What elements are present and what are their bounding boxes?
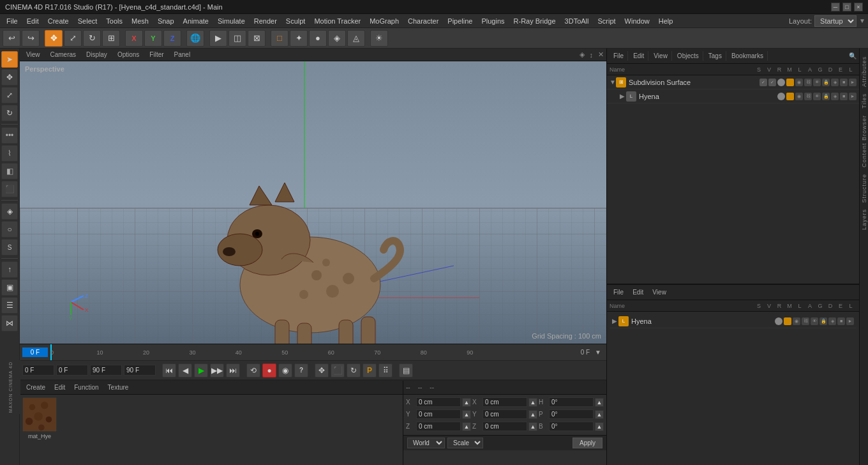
ind-lock[interactable]: 🔒 — [822, 79, 830, 86]
z-axis-btn[interactable]: Z — [163, 30, 181, 47]
ah-ind-lock[interactable]: 🔒 — [819, 317, 827, 325]
key-box-btn[interactable]: ⬛ — [331, 363, 345, 377]
minimize-btn[interactable]: ─ — [831, 3, 840, 11]
record-btn[interactable]: ● — [262, 363, 276, 377]
obj-row-hyena[interactable]: ▶ L Hyena ◉ ⛓ 👁 🔒 ◈ ■ ► — [607, 89, 859, 103]
hyena-ind-chain[interactable]: ⛓ — [804, 93, 812, 100]
z-pos-field[interactable] — [416, 422, 461, 431]
b-field[interactable] — [549, 422, 594, 431]
vp-close-icon[interactable]: ✕ — [598, 50, 604, 59]
menu-tools[interactable]: Tools — [102, 16, 126, 26]
material-thumbnail[interactable] — [22, 397, 57, 432]
mat-tab-function[interactable]: Function — [70, 383, 102, 392]
scale-dropdown[interactable]: Scale — [447, 438, 483, 448]
vtab-structure[interactable]: Structure — [860, 171, 869, 206]
ah-ind-s[interactable]: ◉ — [793, 317, 800, 325]
expand-hyena[interactable]: ▶ — [620, 93, 626, 100]
attr-tab-file[interactable]: File — [610, 287, 627, 297]
apply-button[interactable]: Apply — [572, 438, 602, 448]
hyena-ind-lock[interactable]: 🔒 — [822, 93, 830, 100]
redo-btn[interactable]: ↪ — [22, 30, 40, 47]
obj-row-subdivision[interactable]: ▼ ⊞ Subdivision Surface ✓ ✓ ◉ ⛓ 👁 🔒 ◈ ■ — [607, 75, 859, 89]
menu-plugins[interactable]: Plugins — [477, 16, 508, 26]
hyena-ind-color[interactable] — [786, 93, 794, 100]
y-rot-field[interactable] — [483, 409, 527, 419]
attr-tab-edit[interactable]: Edit — [629, 287, 647, 297]
motion-btn[interactable]: ◉ — [278, 363, 292, 377]
key-rotate-btn[interactable]: ↻ — [347, 363, 361, 377]
edges-mode[interactable]: ⌇ — [1, 145, 18, 162]
menu-character[interactable]: Character — [404, 16, 442, 26]
x-axis-btn[interactable]: X — [125, 30, 143, 47]
start-frame-field[interactable] — [22, 365, 54, 376]
timeline-ruler[interactable]: 0 F 0 10 20 30 40 50 60 70 80 90 0 F ▼ — [20, 344, 606, 361]
ind-arr[interactable]: ◈ — [831, 79, 839, 86]
move-tool-lt[interactable]: ✥ — [1, 69, 18, 86]
om-tab-edit[interactable]: Edit — [629, 51, 648, 61]
hyena-ind-arr3[interactable]: ► — [849, 93, 857, 100]
rotate-tool-btn[interactable]: ↻ — [83, 30, 101, 47]
grid-btn[interactable]: ▣ — [1, 279, 18, 296]
menu-file[interactable]: File — [3, 16, 22, 26]
texture-mode[interactable]: ◈ — [1, 203, 18, 220]
loop-btn[interactable]: ⟲ — [246, 363, 260, 377]
om-tab-objects[interactable]: Objects — [673, 51, 703, 61]
h-arrow[interactable]: ▲ — [595, 398, 604, 407]
x-pos-arrow[interactable]: ▲ — [462, 398, 471, 407]
vtab-attributes[interactable]: Attributes — [860, 54, 869, 89]
layer-btn[interactable]: ☰ — [1, 297, 18, 314]
attr-row-hyena[interactable]: ▶ L Hyena ◉ ⛓ 👁 🔒 ◈ ■ ► — [610, 314, 857, 328]
y-axis-btn[interactable]: Y — [144, 30, 162, 47]
menu-window[interactable]: Window — [621, 16, 654, 26]
vp-tab-filter[interactable]: Filter — [146, 50, 167, 59]
close-btn[interactable]: × — [854, 3, 863, 11]
timeline-scroll-btn[interactable]: ▼ — [592, 349, 604, 356]
menu-snap[interactable]: Snap — [154, 16, 178, 26]
rotate-tool-lt[interactable]: ↻ — [1, 105, 18, 121]
polys-mode[interactable]: ◧ — [1, 163, 18, 179]
info-btn[interactable]: ? — [294, 363, 308, 377]
material-item[interactable]: mat_Hye — [22, 397, 57, 439]
ah-ind-chain[interactable]: ⛓ — [802, 317, 809, 325]
key-pos-btn[interactable]: P — [363, 363, 377, 377]
z-rot-arrow[interactable]: ▲ — [528, 422, 537, 431]
y-pos-arrow[interactable]: ▲ — [462, 410, 471, 419]
ind-arr2[interactable]: ■ — [840, 79, 848, 86]
om-tab-file[interactable]: File — [610, 51, 628, 61]
y-rot-arrow[interactable]: ▲ — [528, 410, 537, 419]
cube-btn[interactable]: □ — [271, 30, 288, 47]
vp-tab-cameras[interactable]: Cameras — [47, 50, 80, 59]
attr-tab-view[interactable]: View — [648, 287, 670, 297]
vp-tab-options[interactable]: Options — [114, 50, 143, 59]
layout-arrow[interactable]: ▼ — [859, 17, 865, 24]
menu-simulate[interactable]: Simulate — [214, 16, 249, 26]
hyena-ind-dot[interactable] — [777, 93, 785, 100]
menu-create[interactable]: Create — [44, 16, 73, 26]
ah-ind-arr3[interactable]: ► — [846, 317, 854, 325]
menu-rray[interactable]: R-Ray Bridge — [510, 16, 560, 26]
layer2-btn[interactable]: ⋈ — [1, 315, 18, 332]
ind-eye[interactable]: 👁 — [813, 79, 821, 86]
menu-3dtoall[interactable]: 3DToAll — [561, 16, 593, 26]
hyena-ind-s[interactable]: ◉ — [795, 93, 803, 100]
vtab-layers[interactable]: Layers — [860, 206, 869, 232]
keyframe-btn[interactable]: ◫ — [228, 30, 246, 47]
menu-script[interactable]: Script — [594, 16, 619, 26]
ah-ind-arr[interactable]: ◈ — [828, 317, 836, 325]
current-frame-indicator[interactable]: 0 F — [22, 347, 48, 357]
s-mode[interactable]: S — [1, 239, 18, 255]
move-tool-btn[interactable]: ✥ — [45, 30, 63, 47]
om-tab-bookmarks[interactable]: Bookmarks — [728, 51, 768, 61]
scale-tool-btn[interactable]: ⤢ — [64, 30, 82, 47]
expand-subdivision[interactable]: ▼ — [610, 79, 616, 86]
menu-help[interactable]: Help — [655, 16, 677, 26]
go-start-btn[interactable]: ⏮ — [162, 363, 176, 377]
vp-settings-icon[interactable]: ◈ — [580, 50, 585, 59]
next-frame-btn[interactable]: ▶▶ — [210, 363, 224, 377]
x-rot-arrow[interactable]: ▲ — [528, 398, 537, 407]
points-mode[interactable]: ••• — [1, 127, 18, 144]
p-arrow[interactable]: ▲ — [595, 410, 604, 419]
ind-s[interactable]: ◉ — [795, 79, 803, 86]
vp-tab-display[interactable]: Display — [82, 50, 111, 59]
ind-arr3[interactable]: ► — [849, 79, 857, 86]
